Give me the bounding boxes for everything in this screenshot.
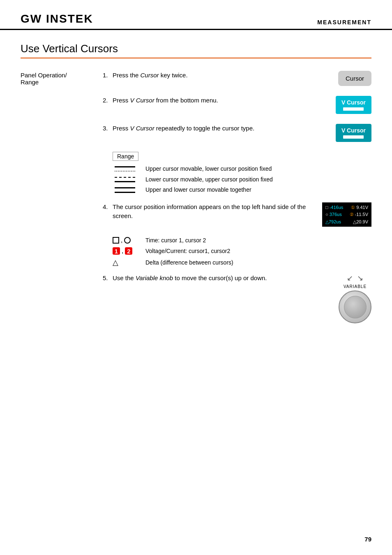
circle-icon	[124, 237, 131, 244]
range-text-3: Upper and lower cursor movable together	[145, 186, 251, 194]
label-line1: Panel Operation/	[21, 72, 67, 79]
step-3-icon: V Cursor	[336, 124, 371, 142]
step-1: 1. Press the Cursor key twice. Cursor	[103, 71, 371, 86]
step-4: 4. The cursor position information appea…	[103, 202, 371, 227]
delta-icon: △	[113, 258, 118, 267]
steps-section: Panel Operation/ Range 1. Press the Curs…	[21, 71, 371, 333]
solid-line-2	[115, 192, 135, 193]
page-number: 79	[364, 536, 371, 543]
badge-1: 1	[113, 247, 120, 255]
arrow-right: ↘	[357, 274, 363, 283]
company-logo: GW INSTEK	[21, 12, 93, 26]
page-header: GW INSTEK MEASUREMENT	[0, 0, 392, 30]
step-2-content: Press V Cursor from the bottom menu.	[113, 96, 327, 105]
info-r3-right: △20.9V	[353, 218, 368, 225]
vcursor-lines-2	[343, 135, 364, 139]
step-5-content: Use the Variable knob to move the cursor…	[113, 274, 322, 283]
knob-arrows: ↙ ↘	[347, 274, 363, 283]
vcursor-label-2: V Cursor	[341, 127, 366, 134]
range-item-2: Lower cursor movable, upper cursor posit…	[113, 176, 371, 184]
symbol-label-3: Delta (difference between cursors)	[145, 259, 233, 266]
steps-column: 1. Press the Cursor key twice. Cursor 2.…	[103, 71, 371, 333]
page-title-section: Use Vertical Cursors	[0, 30, 392, 58]
range-lines-3	[113, 187, 137, 193]
range-text-2: Lower cursor movable, upper cursor posit…	[145, 176, 273, 184]
info-row-2: ○ 376us ② -11.5V	[325, 211, 368, 218]
symbol-label-2: Voltage/Current: cursor1, cursor2	[145, 248, 230, 254]
vcursor-label-1: V Cursor	[341, 99, 366, 106]
knob-inner	[344, 296, 367, 318]
dashed-line-top	[115, 177, 135, 178]
range-items: Upper cursor movable, lower cursor posit…	[113, 165, 371, 194]
badge-comma: ,	[122, 247, 123, 255]
square-icon	[113, 237, 119, 244]
solid-line-btm	[115, 181, 135, 182]
range-lines-2	[113, 177, 137, 182]
label-line2: Range	[21, 79, 39, 86]
step-2: 2. Press V Cursor from the bottom menu. …	[103, 96, 371, 114]
step-5-num: 5.	[103, 274, 113, 281]
icon-row-1: , Time: cursor 1, cursor 2	[113, 237, 371, 244]
icon-row-2: 1 , 2 Voltage/Current: cursor1, cursor2	[113, 247, 371, 255]
info-row-1: □ -416us ① 9.41V	[325, 204, 368, 211]
step-2-num: 2.	[103, 96, 113, 104]
info-display: □ -416us ① 9.41V ○ 376us ② -11.5V △792us…	[322, 202, 371, 227]
cursor-button-1: Cursor	[338, 71, 371, 86]
step-5-icon: ↙ ↘ VARIABLE	[330, 274, 371, 323]
symbol-delta: △	[113, 258, 137, 267]
section-title: MEASUREMENT	[317, 19, 371, 26]
range-text-1: Upper cursor movable, lower cursor posit…	[145, 165, 272, 173]
range-section: Range Upper cursor movable, lower cursor…	[113, 152, 371, 194]
page-title: Use Vertical Cursors	[21, 42, 371, 55]
symbol-label-1: Time: cursor 1, cursor 2	[145, 237, 206, 244]
solid-line-top	[115, 166, 135, 167]
step-4-num: 4.	[103, 202, 113, 210]
step-3: 3. Press V Cursor repeatedly to toggle t…	[103, 124, 371, 142]
solid-line-1	[115, 187, 135, 188]
step-4-content: The cursor position information appears …	[113, 202, 314, 221]
vcursor-button-1: V Cursor	[336, 96, 371, 114]
knob-outer	[339, 290, 371, 323]
step-3-num: 3.	[103, 124, 113, 132]
arrow-left: ↙	[347, 274, 353, 283]
info-r3-left: △792us	[325, 218, 341, 225]
info-r1-right: ① 9.41V	[351, 204, 368, 211]
title-divider	[21, 58, 371, 58]
left-label: Panel Operation/ Range	[21, 71, 103, 333]
info-r2-right: ② -11.5V	[350, 211, 368, 218]
comma-sep: ,	[121, 237, 122, 244]
symbol-num-badges: 1 , 2	[113, 247, 137, 255]
range-item-3: Upper and lower cursor movable together	[113, 186, 371, 194]
icon-row-3: △ Delta (difference between cursors)	[113, 258, 371, 267]
logo-text: GW INSTEK	[21, 12, 93, 25]
info-r1-left: □ -416us	[325, 204, 343, 211]
badge-2: 2	[125, 247, 132, 255]
main-content: Panel Operation/ Range 1. Press the Curs…	[0, 71, 392, 333]
step-1-num: 1.	[103, 71, 113, 79]
range-lines-1	[113, 166, 137, 172]
icons-section: , Time: cursor 1, cursor 2 1 , 2 Voltage…	[113, 237, 371, 267]
dotted-line-bottom	[115, 171, 135, 172]
range-item-1: Upper cursor movable, lower cursor posit…	[113, 165, 371, 173]
step-5: 5. Use the Variable knob to move the cur…	[103, 274, 371, 323]
step-2-icon: V Cursor	[336, 96, 371, 114]
knob-label: VARIABLE	[344, 284, 367, 289]
step-4-icon: □ -416us ① 9.41V ○ 376us ② -11.5V △792us…	[322, 202, 371, 227]
knob-section: ↙ ↘ VARIABLE	[339, 274, 371, 323]
range-label: Range	[113, 152, 138, 161]
symbol-square-circle: ,	[113, 237, 137, 244]
info-row-3: △792us △20.9V	[325, 218, 368, 225]
vcursor-button-2: V Cursor	[336, 124, 371, 142]
info-r2-left: ○ 376us	[325, 211, 342, 218]
vcursor-lines-1	[343, 107, 364, 111]
step-1-content: Press the Cursor key twice.	[113, 71, 330, 80]
step-1-icon: Cursor	[338, 71, 371, 86]
step-3-content: Press V Cursor repeatedly to toggle the …	[113, 124, 327, 133]
